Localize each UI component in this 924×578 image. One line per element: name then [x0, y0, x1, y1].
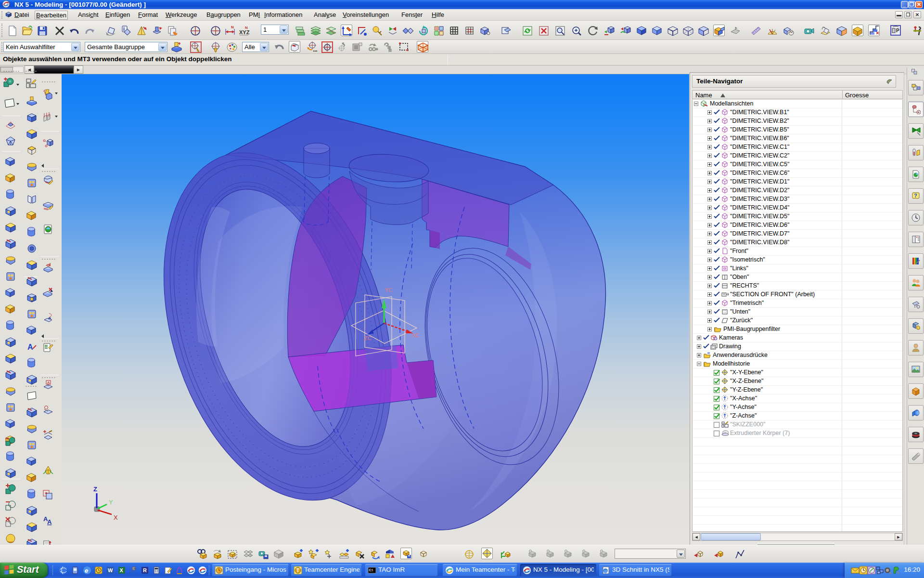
svg-text:YC: YC	[385, 287, 392, 293]
svg-text:R: R	[143, 567, 147, 573]
svg-text:X: X	[114, 514, 118, 521]
svg-text:X: X	[120, 567, 124, 573]
svg-text:T: T	[296, 568, 299, 573]
svg-text:W: W	[108, 567, 113, 573]
svg-text:A: A	[27, 343, 33, 351]
svg-text:P: P	[896, 28, 899, 33]
svg-text:XC: XC	[412, 332, 419, 338]
svg-text:A: A	[47, 381, 50, 385]
svg-text:e: e	[85, 567, 88, 574]
svg-text:ZC: ZC	[364, 335, 372, 341]
svg-text:?: ?	[914, 193, 917, 198]
svg-text:i: i	[123, 26, 125, 32]
svg-text:C:\: C:\	[369, 568, 373, 572]
svg-text:N: N	[231, 25, 234, 29]
svg-text:Z: Z	[93, 486, 97, 493]
svg-text:N: N	[245, 26, 248, 30]
svg-text:A: A	[47, 518, 52, 525]
svg-text:Y: Y	[109, 499, 113, 506]
svg-text:XYZ: XYZ	[239, 29, 250, 35]
